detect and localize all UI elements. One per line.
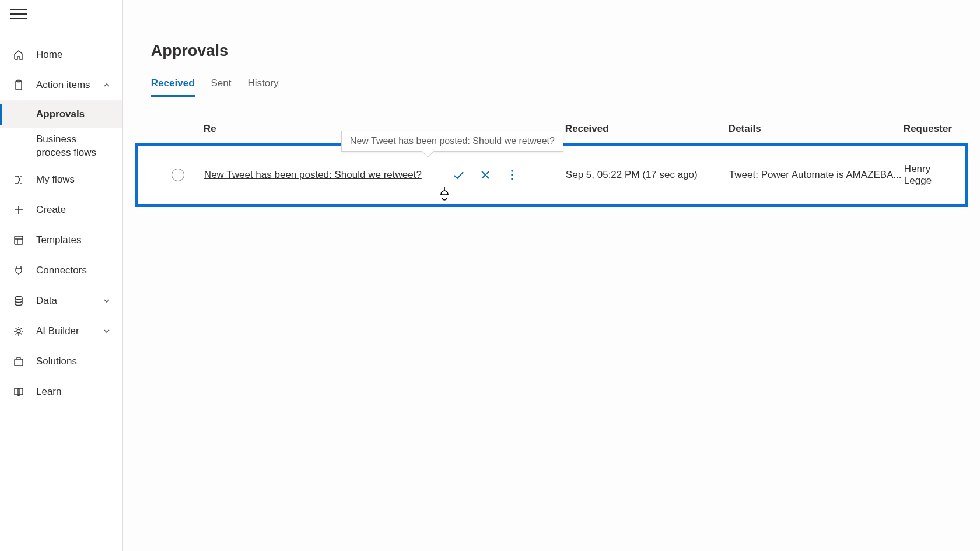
svg-rect-2 [15,236,23,244]
approval-details: Tweet: Power Automate is AMAZEBA... [729,169,904,181]
tab-received[interactable]: Received [151,78,195,97]
sidebar-item-label: Home [36,49,62,61]
more-actions-icon[interactable] [506,169,519,181]
highlighted-row: New Tweet has been posted: Should we ret… [135,143,968,207]
tabs: Received Sent History [151,78,957,97]
sidebar-item-learn[interactable]: Learn [0,377,123,407]
chevron-down-icon [103,297,111,305]
sidebar-item-home[interactable]: Home [0,40,123,70]
chevron-up-icon [103,81,111,89]
sidebar-item-label: Business process flows [36,133,111,160]
sidebar-item-connectors[interactable]: Connectors [0,255,123,286]
sidebar-item-label: Action items [36,79,90,91]
templates-icon [12,233,26,247]
sidebar-item-label: AI Builder [36,325,79,337]
svg-point-4 [17,329,20,333]
sidebar-nav: Home Action items Approvals Business pro… [0,28,123,407]
sidebar-item-label: My flows [36,174,75,185]
approval-received: Sep 5, 05:22 PM (17 sec ago) [566,169,729,181]
sidebar-item-label: Solutions [36,356,77,367]
sidebar-item-label: Create [36,204,66,216]
sidebar-item-approvals[interactable]: Approvals [0,100,123,128]
clipboard-icon [12,78,26,92]
plus-icon [12,203,26,217]
sidebar-item-label: Connectors [36,265,87,276]
svg-rect-5 [15,359,23,366]
sidebar-item-label: Learn [36,386,61,398]
svg-point-7 [511,174,513,176]
svg-point-8 [511,178,513,180]
tooltip: New Tweet has been posted: Should we ret… [341,131,564,152]
connectors-icon [12,264,26,278]
sidebar-item-label: Approvals [36,108,85,120]
sidebar-item-templates[interactable]: Templates [0,225,123,255]
solutions-icon [12,355,26,368]
sidebar-item-action-items[interactable]: Action items [0,70,123,100]
data-icon [12,294,26,308]
hamburger-menu-icon[interactable] [10,7,27,21]
sidebar-item-data[interactable]: Data [0,286,123,316]
col-header-details[interactable]: Details [729,123,904,135]
svg-rect-0 [16,81,22,90]
page-title: Approvals [151,42,957,60]
ai-builder-icon [12,324,26,338]
main-content: Approvals Received Sent History Re Recei… [123,0,980,551]
row-select-circle[interactable] [172,169,184,181]
home-icon [12,48,26,62]
sidebar-item-label: Templates [36,234,81,246]
tab-sent[interactable]: Sent [211,78,232,97]
col-header-received[interactable]: Received [565,123,729,135]
approve-icon[interactable] [452,169,465,181]
svg-point-6 [511,170,513,172]
table-row[interactable]: New Tweet has been posted: Should we ret… [138,163,965,187]
sidebar-item-my-flows[interactable]: My flows [0,164,123,195]
sidebar-item-solutions[interactable]: Solutions [0,346,123,377]
sidebar-item-business-process-flows[interactable]: Business process flows [0,128,123,164]
learn-icon [12,385,26,399]
svg-point-3 [15,296,22,299]
approval-title-link[interactable]: New Tweet has been posted: Should we ret… [204,169,422,181]
sidebar: Home Action items Approvals Business pro… [0,0,123,551]
reject-icon[interactable] [479,169,492,181]
sidebar-item-label: Data [36,295,57,307]
col-header-requester[interactable]: Requester [904,123,952,135]
sidebar-item-create[interactable]: Create [0,195,123,225]
flow-icon [12,173,26,187]
chevron-down-icon [103,327,111,335]
tab-history[interactable]: History [248,78,279,97]
approval-requester: Henry Legge [904,163,951,187]
sidebar-item-ai-builder[interactable]: AI Builder [0,316,123,346]
